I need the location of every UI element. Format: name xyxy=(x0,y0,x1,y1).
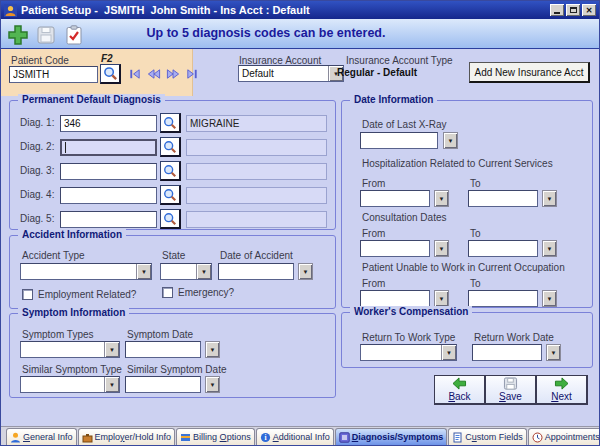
similar-symptom-type-label: Similar Symptom Type xyxy=(22,364,122,375)
tab-diagnosis-symptoms[interactable]: Diagnosis/Symptoms xyxy=(335,428,448,445)
maximize-button[interactable] xyxy=(566,4,580,16)
magnifier-icon xyxy=(163,116,177,130)
back-button[interactable]: Back xyxy=(434,375,486,405)
minimize-button[interactable] xyxy=(550,4,564,16)
diag5-search-button[interactable] xyxy=(160,209,181,229)
similar-symptom-date-calendar-button[interactable]: ▼ xyxy=(205,376,220,393)
dropdown-arrow-icon[interactable]: ▼ xyxy=(104,342,119,357)
next-button[interactable]: Next xyxy=(536,375,588,405)
unable-from-calendar-button[interactable]: ▼ xyxy=(434,290,449,307)
employment-related-checkbox[interactable] xyxy=(22,289,33,300)
tab-general-info[interactable]: General Info xyxy=(6,428,77,445)
dropdown-arrow-icon[interactable]: ▼ xyxy=(196,264,211,279)
bottom-tab-bar: General Info Employer/Hold Info Billing … xyxy=(1,426,599,445)
consult-to-input[interactable] xyxy=(468,240,538,257)
hosp-from-calendar-button[interactable]: ▼ xyxy=(434,190,449,207)
previous-record-button[interactable] xyxy=(147,68,161,82)
next-record-button[interactable] xyxy=(166,68,180,82)
diagnosis-group: Permanent Default Diagnosis Diag. 1: MIG… xyxy=(9,100,336,230)
first-record-button[interactable] xyxy=(128,68,142,82)
diag4-label: Diag. 4: xyxy=(20,189,54,200)
svg-text:i: i xyxy=(264,433,266,442)
insurance-account-value: Default xyxy=(242,68,274,79)
add-new-insurance-button[interactable]: Add New Insurance Acct xyxy=(469,62,590,83)
insurance-account-select[interactable]: Default ▼ xyxy=(238,65,344,82)
symptom-date-input[interactable] xyxy=(125,341,201,358)
similar-symptom-type-select[interactable]: ▼ xyxy=(20,376,120,393)
diag3-code-input[interactable] xyxy=(60,163,157,180)
add-button[interactable] xyxy=(5,22,30,47)
custom-page-icon xyxy=(452,432,463,443)
diag1-code-input[interactable] xyxy=(60,115,157,132)
diag2-code-input[interactable] xyxy=(60,139,157,156)
main-area: Permanent Default Diagnosis Diag. 1: MIG… xyxy=(1,96,599,428)
verify-button[interactable] xyxy=(61,22,86,47)
xray-date-input[interactable] xyxy=(360,132,438,149)
accident-type-select[interactable]: ▼ xyxy=(20,263,152,280)
symptom-types-label: Symptom Types xyxy=(22,329,94,340)
unable-to-input[interactable] xyxy=(468,290,538,307)
hosp-to-calendar-button[interactable]: ▼ xyxy=(542,190,557,207)
diag1-search-button[interactable] xyxy=(160,113,181,133)
tab-employer-hold-info[interactable]: Employer/Hold Info xyxy=(78,428,176,445)
accident-group: Accident Information Accident Type State… xyxy=(9,235,336,309)
floppy-disk-icon xyxy=(503,377,518,390)
last-record-button[interactable] xyxy=(185,68,199,82)
dropdown-arrow-icon[interactable]: ▼ xyxy=(136,264,151,279)
consult-to-calendar-button[interactable]: ▼ xyxy=(542,240,557,257)
window-title: Patient Setup - JSMITH John Smith - Ins … xyxy=(21,4,550,16)
diag2-search-button[interactable] xyxy=(160,137,181,157)
title-bar: Patient Setup - JSMITH John Smith - Ins … xyxy=(1,1,599,19)
save-button[interactable]: Save xyxy=(485,375,537,405)
diag3-search-button[interactable] xyxy=(160,161,181,181)
dropdown-arrow-icon[interactable]: ▼ xyxy=(441,345,456,360)
tab-appointments[interactable]: Appointments xyxy=(528,428,599,445)
emergency-checkbox[interactable] xyxy=(162,287,173,298)
green-arrow-left-icon xyxy=(451,377,468,390)
clipboard-check-icon xyxy=(65,25,83,45)
diag5-code-input[interactable] xyxy=(60,211,157,228)
consult-from-calendar-button[interactable]: ▼ xyxy=(434,240,449,257)
tab-label: Appointments xyxy=(545,432,599,442)
xray-calendar-button[interactable]: ▼ xyxy=(443,132,458,149)
tab-billing-options[interactable]: Billing Options xyxy=(176,428,255,445)
close-button[interactable]: ✕ xyxy=(582,4,596,16)
state-select[interactable]: ▼ xyxy=(160,263,212,280)
diag4-search-button[interactable] xyxy=(160,185,181,205)
symptom-types-select[interactable]: ▼ xyxy=(20,341,120,358)
return-work-date-calendar-button[interactable]: ▼ xyxy=(546,344,561,361)
dropdown-arrow-icon[interactable]: ▼ xyxy=(104,377,119,392)
hospitalization-label: Hospitalization Related to Current Servi… xyxy=(362,158,553,169)
tab-custom-fields[interactable]: Custom Fields xyxy=(448,428,527,445)
tab-label: Billing Options xyxy=(193,432,251,442)
hosp-from-label: From xyxy=(362,178,385,189)
patient-code-input[interactable] xyxy=(9,66,98,83)
consult-from-input[interactable] xyxy=(360,240,430,257)
diag4-code-input[interactable] xyxy=(60,187,157,204)
date-of-accident-calendar-button[interactable]: ▼ xyxy=(298,263,313,280)
hosp-from-input[interactable] xyxy=(360,190,430,207)
hosp-to-input[interactable] xyxy=(468,190,538,207)
similar-symptom-date-input[interactable] xyxy=(125,376,201,393)
save-toolbar-button[interactable] xyxy=(33,22,58,47)
tab-label: Employer/Hold Info xyxy=(95,432,172,442)
unable-to-calendar-button[interactable]: ▼ xyxy=(542,290,557,307)
diagnosis-square-icon xyxy=(339,432,350,443)
tab-additional-info[interactable]: i Additional Info xyxy=(256,428,334,445)
patient-search-button[interactable] xyxy=(100,64,121,84)
billing-card-icon xyxy=(180,432,191,443)
next-label: Next xyxy=(551,391,572,402)
return-to-work-type-select[interactable]: ▼ xyxy=(360,344,457,361)
symptom-group-title: Symptom Information xyxy=(18,307,129,318)
record-navigation xyxy=(128,68,199,82)
similar-symptom-date-label: Similar Symptom Date xyxy=(127,364,226,375)
info-circle-icon: i xyxy=(260,432,271,443)
symptom-date-calendar-button[interactable]: ▼ xyxy=(205,341,220,358)
briefcase-icon xyxy=(82,432,93,443)
unable-from-input[interactable] xyxy=(360,290,430,307)
date-of-accident-input[interactable] xyxy=(218,263,294,280)
date-of-accident-label: Date of Accident xyxy=(220,250,293,261)
green-arrow-right-icon xyxy=(553,377,570,390)
app-icon xyxy=(4,4,17,17)
return-work-date-input[interactable] xyxy=(472,344,542,361)
